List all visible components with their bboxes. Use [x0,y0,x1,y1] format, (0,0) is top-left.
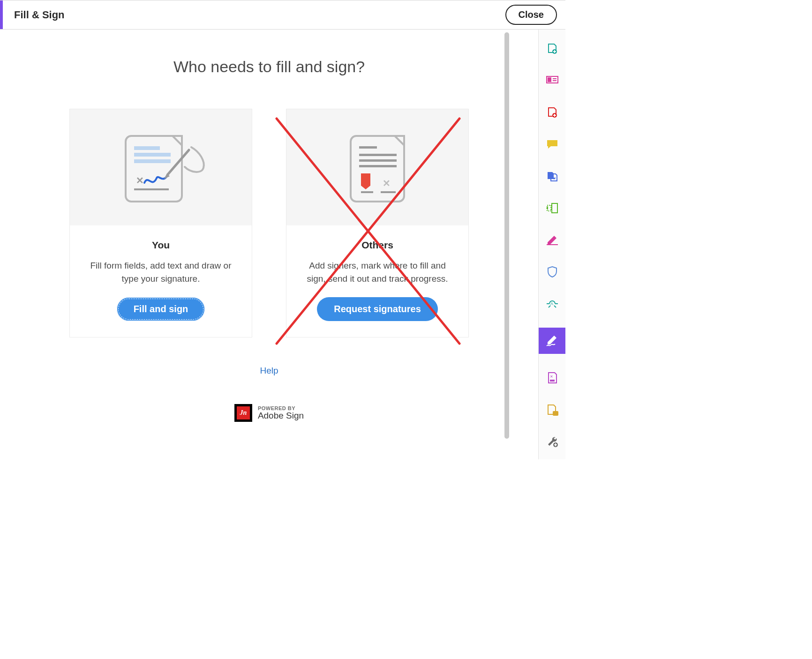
svg-rect-1 [134,146,160,150]
svg-rect-7 [359,146,377,149]
svg-rect-8 [359,154,397,156]
create-pdf-icon[interactable] [539,105,566,120]
compare-icon[interactable] [539,402,566,418]
svg-rect-2 [134,153,171,157]
main-panel: Who needs to fill and sign? ✕ [0,30,538,459]
powered-by: Jn POWERED BY Adobe Sign [234,404,304,422]
card-you-illustration: ✕ [70,109,252,225]
page-heading: Who needs to fill and sign? [173,58,365,76]
scrollbar-thumb[interactable] [504,32,509,439]
svg-rect-5 [134,188,169,190]
svg-rect-9 [359,159,397,162]
request-document-icon: ✕ [338,127,417,207]
comment-icon[interactable] [539,136,566,152]
svg-rect-3 [134,159,171,163]
tool-title: Fill & Sign [14,9,65,21]
topbar: Fill & Sign Close [0,0,565,30]
sign-active-icon[interactable] [539,328,566,354]
card-you-title: You [83,240,239,251]
edit-text-icon[interactable] [539,73,566,89]
option-cards: ✕ You Fill form fields, add t [69,109,469,337]
fill-and-sign-button[interactable]: Fill and sign [117,297,205,321]
combine-files-icon[interactable] [539,168,566,184]
more-tools-icon[interactable] [539,434,566,449]
export-pdf-icon[interactable] [539,41,566,57]
svg-rect-10 [359,165,397,167]
svg-rect-28 [553,411,558,416]
adobe-sign-label: Adobe Sign [258,411,304,421]
svg-rect-13 [381,191,396,193]
svg-text:✕: ✕ [136,175,144,186]
svg-rect-6 [351,136,404,202]
svg-rect-18 [548,77,551,82]
protect-icon[interactable] [539,264,566,280]
active-tool-indicator [0,0,3,29]
card-others[interactable]: ✕ Others Add signers, mark where to fill… [286,109,469,337]
scrollbar[interactable] [504,31,510,457]
powered-by-label: POWERED BY [258,405,304,411]
stamp-icon[interactable]: A [539,296,566,312]
fill-sign-icon[interactable] [539,232,566,248]
topbar-left: Fill & Sign [0,0,65,29]
card-others-title: Others [300,240,455,251]
svg-rect-26 [550,380,555,382]
svg-text:A: A [550,301,553,306]
svg-rect-22 [552,203,557,213]
close-button[interactable]: Close [505,5,557,25]
card-others-desc: Add signers, mark where to fill and sign… [300,259,455,285]
request-signatures-button[interactable]: Request signatures [317,297,438,321]
svg-text:✕: ✕ [550,374,553,379]
sign-document-icon: ✕ [112,127,210,207]
card-you[interactable]: ✕ You Fill form fields, add t [69,109,252,337]
svg-rect-11 [361,191,373,193]
adobe-sign-logo-icon: Jn [234,404,252,422]
tools-rail: A ✕ [538,30,565,459]
card-you-desc: Fill form fields, add text and draw or t… [83,259,239,285]
organize-pages-icon[interactable] [539,200,566,216]
redact-icon[interactable]: ✕ [539,370,566,386]
svg-text:✕: ✕ [383,178,391,188]
help-link[interactable]: Help [260,366,278,376]
card-others-illustration: ✕ [286,109,468,225]
